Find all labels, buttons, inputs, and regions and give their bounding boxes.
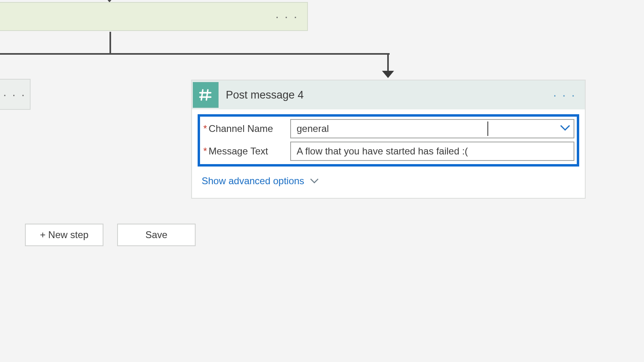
required-asterisk: *	[203, 123, 207, 134]
channel-input-wrap	[290, 119, 574, 138]
message-text-input[interactable]	[290, 142, 574, 161]
save-button[interactable]: Save	[117, 224, 196, 246]
field-label-text: Channel Name	[208, 123, 273, 134]
arrow-down-icon	[382, 71, 394, 78]
action-card-header[interactable]: Post message 4 · · ·	[192, 80, 585, 109]
action-card-title: Post message 4	[226, 89, 304, 101]
channel-name-input[interactable]	[290, 119, 574, 138]
svg-line-1	[206, 90, 208, 100]
previous-step-card[interactable]: · · ·	[0, 2, 308, 31]
action-card-body: *Channel Name *Message Text	[192, 109, 585, 198]
message-input-wrap	[290, 142, 574, 161]
field-label: *Message Text	[202, 146, 287, 157]
new-step-button[interactable]: + New step	[25, 224, 103, 246]
action-card-post-message: Post message 4 · · · *Channel Name	[191, 80, 586, 199]
field-row-message: *Message Text	[202, 142, 574, 161]
more-icon[interactable]: · · ·	[3, 88, 26, 101]
more-icon[interactable]: · · ·	[275, 10, 298, 23]
sibling-step-card[interactable]: · · ·	[0, 79, 31, 110]
highlight-box: *Channel Name *Message Text	[198, 114, 579, 167]
slack-hash-icon	[193, 82, 219, 108]
show-advanced-label: Show advanced options	[202, 175, 304, 187]
field-label: *Channel Name	[202, 123, 287, 134]
more-icon[interactable]: · · ·	[553, 88, 576, 102]
chevron-down-icon	[310, 178, 319, 184]
connector-line	[0, 53, 390, 55]
required-asterisk: *	[203, 146, 207, 156]
field-label-text: Message Text	[208, 146, 268, 156]
svg-line-0	[201, 90, 203, 100]
show-advanced-options[interactable]: Show advanced options	[198, 167, 579, 195]
field-row-channel: *Channel Name	[202, 119, 574, 138]
connector-line	[109, 32, 111, 54]
